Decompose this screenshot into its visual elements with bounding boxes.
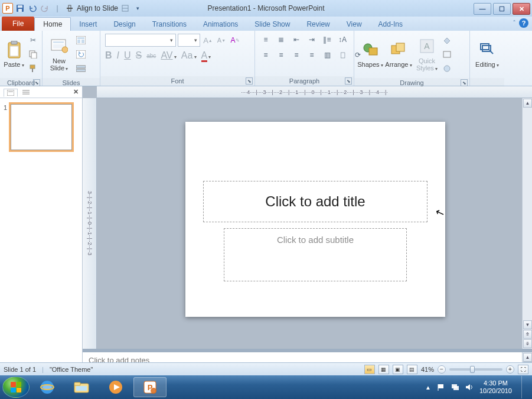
font-launcher-icon[interactable]: ⬊ [246, 77, 253, 85]
slide-canvas-area[interactable]: Click to add title Click to add subtitle… [97, 98, 532, 349]
tray-volume-icon[interactable] [465, 383, 474, 391]
taskbar-ie-icon[interactable] [31, 377, 64, 397]
tab-file[interactable]: File [2, 17, 34, 31]
undo-icon[interactable] [27, 3, 38, 14]
scroll-up-icon[interactable]: ▲ [523, 99, 532, 108]
italic-button[interactable]: I [117, 50, 119, 61]
paragraph-launcher-icon[interactable]: ⬊ [345, 77, 352, 85]
copy-icon[interactable] [27, 48, 39, 60]
sorter-view-icon[interactable]: ▦ [378, 365, 389, 374]
cut-icon[interactable]: ✂ [27, 34, 39, 46]
vertical-ruler[interactable]: 3··|··2··|··1··|··0··|··1··|··2··|··3 [83, 98, 97, 349]
prev-slide-icon[interactable]: ⤊ [523, 330, 532, 339]
align-center-icon[interactable]: ≡ [275, 49, 287, 61]
close-pane-icon[interactable]: ✕ [73, 88, 79, 96]
tray-show-hidden-icon[interactable]: ▲ [425, 384, 431, 391]
title-placeholder[interactable]: Click to add title [203, 181, 427, 222]
qat-customize-icon[interactable]: ▾ [132, 3, 143, 14]
slideshow-view-icon[interactable]: ▤ [407, 365, 417, 374]
clipboard-launcher-icon[interactable]: ⬊ [33, 79, 40, 86]
align-icon[interactable] [64, 3, 75, 14]
zoom-in-icon[interactable]: + [506, 365, 514, 374]
tray-clock[interactable]: 4:30 PM 10/20/2010 [479, 379, 512, 395]
align-text-icon[interactable]: ⎕ [337, 49, 348, 61]
strike-button[interactable]: S [136, 50, 142, 61]
grow-font-icon[interactable]: A▲ [202, 34, 214, 46]
reading-view-icon[interactable]: ▣ [393, 365, 403, 374]
next-slide-icon[interactable]: ⤋ [523, 339, 532, 348]
increase-indent-icon[interactable]: ⇥ [306, 34, 318, 46]
arrange-button[interactable]: Arrange [384, 33, 413, 76]
vertical-scrollbar[interactable]: ▲ ▼ ⤊ ⤋ [522, 98, 532, 349]
section-icon[interactable] [75, 63, 87, 74]
layout-icon[interactable] [75, 34, 87, 46]
editing-button[interactable]: Editing [473, 33, 501, 76]
tab-view[interactable]: View [338, 18, 370, 31]
redo-icon[interactable] [40, 3, 50, 14]
taskbar-mediaplayer-icon[interactable] [99, 377, 132, 397]
zoom-slider[interactable] [449, 368, 502, 371]
fit-to-window-icon[interactable]: ⛶ [518, 365, 528, 374]
underline-button[interactable]: U [124, 50, 131, 61]
quick-styles-button[interactable]: A Quick Styles [414, 33, 440, 76]
tab-insert[interactable]: Insert [71, 18, 105, 31]
align-to-slide-label[interactable]: Align to Slide [77, 4, 118, 12]
tab-addins[interactable]: Add-Ins [370, 18, 411, 31]
columns-icon[interactable]: ▥ [321, 49, 333, 61]
notes-scroll-up-icon[interactable]: ▲ [523, 353, 532, 362]
numbering-icon[interactable]: ≣ [275, 34, 287, 46]
zoom-thumb[interactable] [470, 366, 475, 373]
close-button[interactable]: ✕ [513, 3, 530, 15]
format-painter-icon[interactable] [27, 63, 39, 74]
bold-button[interactable]: B [105, 50, 112, 61]
taskbar-explorer-icon[interactable] [65, 377, 98, 397]
zoom-percent[interactable]: 41% [421, 366, 434, 373]
decrease-indent-icon[interactable]: ⇤ [291, 34, 302, 46]
tab-animations[interactable]: Animations [195, 18, 246, 31]
scroll-down-icon[interactable]: ▼ [523, 320, 532, 329]
text-shadow-button[interactable]: abc [146, 53, 156, 59]
char-spacing-button[interactable]: AV [161, 50, 176, 61]
new-slide-button[interactable]: New Slide [45, 33, 73, 76]
shape-fill-icon[interactable] [441, 34, 453, 46]
shape-outline-icon[interactable] [441, 48, 453, 60]
reset-icon[interactable] [75, 48, 87, 60]
subtitle-placeholder[interactable]: Click to add subtitle [224, 228, 407, 281]
horizontal-ruler[interactable]: ····4····|····3····|····2····|····1····|… [97, 86, 532, 98]
tray-flag-icon[interactable] [437, 383, 445, 391]
show-desktop-button[interactable] [521, 376, 527, 398]
tab-home[interactable]: Home [34, 17, 71, 31]
tab-design[interactable]: Design [105, 18, 143, 31]
save-icon[interactable] [15, 3, 25, 14]
zoom-out-icon[interactable]: − [438, 365, 446, 374]
font-color-button[interactable]: A [201, 50, 211, 61]
font-name-combo[interactable]: ▾ [105, 34, 176, 47]
line-spacing-icon[interactable]: ‖≡ [321, 34, 333, 46]
tray-network-icon[interactable] [451, 383, 459, 391]
normal-view-icon[interactable]: ▭ [364, 365, 375, 374]
help-icon[interactable]: ? [519, 18, 528, 28]
align-left-icon[interactable]: ≡ [260, 49, 272, 61]
text-direction-icon[interactable]: ↕A [337, 34, 348, 46]
align-right-icon[interactable]: ≡ [291, 49, 302, 61]
clear-format-icon[interactable]: A✎ [229, 34, 241, 46]
slides-tab-icon[interactable] [4, 89, 18, 97]
bullets-icon[interactable]: ≡ [260, 34, 272, 46]
shape-effects-icon[interactable] [441, 63, 453, 74]
tab-review[interactable]: Review [298, 18, 338, 31]
justify-icon[interactable]: ≡ [306, 49, 318, 61]
tab-slideshow[interactable]: Slide Show [246, 18, 298, 31]
drawing-launcher-icon[interactable]: ⬊ [461, 79, 468, 86]
change-case-button[interactable]: Aa [181, 50, 197, 61]
start-button[interactable] [2, 377, 30, 398]
font-size-combo[interactable]: ▾ [178, 34, 200, 47]
qat-item-icon[interactable] [120, 3, 130, 14]
paste-button[interactable]: Paste [3, 33, 25, 76]
tab-transitions[interactable]: Transitions [144, 18, 195, 31]
outline-tab-icon[interactable] [22, 89, 30, 95]
shrink-font-icon[interactable]: A▼ [216, 34, 227, 46]
minimize-button[interactable]: — [474, 3, 491, 15]
slide-thumbnail-1[interactable]: 1 [4, 104, 79, 150]
maximize-button[interactable]: ☐ [493, 3, 511, 15]
taskbar-powerpoint-icon[interactable]: P [133, 377, 167, 397]
